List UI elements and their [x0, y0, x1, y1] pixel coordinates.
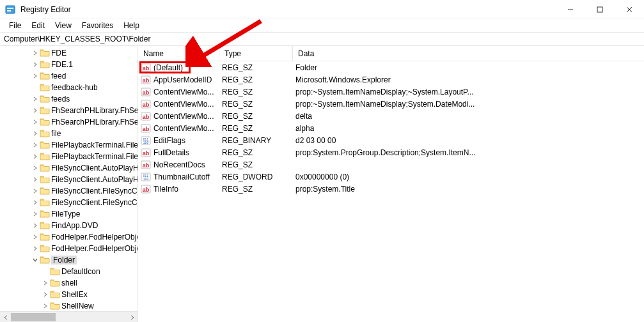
value-row[interactable]: ab TileInfoREG_SZprop:System.Title: [138, 183, 644, 195]
svg-text:ab: ab: [143, 150, 150, 157]
folder-icon: [40, 106, 50, 115]
chevron-right-icon[interactable]: [31, 129, 40, 138]
tree-item[interactable]: file: [0, 128, 137, 139]
menu-view[interactable]: View: [50, 20, 77, 31]
tree-item[interactable]: FodHelper.FodHelperObject: [0, 231, 137, 243]
tree-item[interactable]: FileSyncClient.FileSyncClient.1: [0, 197, 137, 208]
chevron-right-icon[interactable]: [31, 198, 40, 207]
tree-item[interactable]: FindApp.DVD: [0, 220, 137, 231]
svg-text:ab: ab: [143, 77, 150, 84]
chevron-right-icon[interactable]: [31, 233, 40, 241]
minimize-button[interactable]: [556, 0, 585, 19]
tree-item[interactable]: DefaultIcon: [0, 266, 137, 277]
string-value-icon: ab: [141, 87, 151, 97]
tree-item[interactable]: FilePlaybackTerminal.FilePlaybackTermina…: [0, 151, 137, 162]
svg-text:110: 110: [143, 177, 149, 181]
chevron-right-icon[interactable]: [41, 302, 50, 310]
value-row[interactable]: ab ContentViewMo...REG_SZprop:~System.It…: [138, 86, 644, 98]
value-row[interactable]: ab ContentViewMo...REG_SZdelta: [138, 110, 644, 122]
tree-item-label: FileSyncClient.AutoPlayHandler: [51, 164, 137, 172]
tree-item[interactable]: feed: [0, 70, 137, 82]
chevron-right-icon[interactable]: [41, 279, 50, 288]
horizontal-scrollbar[interactable]: [0, 311, 137, 322]
chevron-right-icon[interactable]: [41, 290, 50, 299]
menu-edit[interactable]: Edit: [26, 20, 50, 31]
tree-item[interactable]: FileSyncClient.AutoPlayHandler: [0, 162, 137, 174]
maximize-button[interactable]: [585, 0, 615, 19]
tree-item-label: ShellNew: [61, 302, 94, 310]
value-row[interactable]: ab ContentViewMo...REG_SZalpha: [138, 122, 644, 134]
tree-item[interactable]: FhSearchPHLibrary.FhSearchAPI: [0, 105, 137, 116]
chevron-right-icon[interactable]: [31, 49, 40, 57]
tree-item[interactable]: ShellNew: [0, 300, 137, 311]
value-row[interactable]: 011 110 EditFlagsREG_BINARYd2 03 00 00: [138, 134, 644, 146]
menu-favorites[interactable]: Favorites: [77, 20, 118, 31]
chevron-right-icon[interactable]: [31, 95, 40, 103]
chevron-right-icon[interactable]: [31, 152, 40, 161]
scrollbar-thumb[interactable]: [11, 313, 56, 321]
chevron-right-icon[interactable]: [31, 118, 40, 126]
value-row[interactable]: ab AppUserModelIDREG_SZMicrosoft.Windows…: [138, 73, 644, 86]
menu-file[interactable]: File: [4, 20, 26, 31]
tree-item[interactable]: feeds: [0, 93, 137, 105]
tree-item-label: DefaultIcon: [61, 267, 100, 276]
chevron-down-icon[interactable]: [31, 256, 40, 264]
tree-item[interactable]: feedback-hub: [0, 82, 137, 93]
column-header-type[interactable]: Type: [219, 46, 293, 61]
column-header-data[interactable]: Data: [293, 46, 644, 61]
tree-item[interactable]: FileSyncClient.FileSyncClient: [0, 185, 137, 197]
tree-item[interactable]: FhSearchPHLibrary.FhSearchAPI.1: [0, 116, 137, 128]
tree-item[interactable]: FDE: [0, 47, 137, 59]
value-row[interactable]: ab NoRecentDocsREG_SZ: [138, 158, 644, 171]
value-row[interactable]: ab ContentViewMo...REG_SZprop:~System.It…: [138, 98, 644, 110]
tree-item[interactable]: FileSyncClient.AutoPlayHandler.1: [0, 174, 137, 185]
tree-item[interactable]: shell: [0, 277, 137, 289]
chevron-right-icon[interactable]: [31, 244, 40, 253]
folder-icon: [40, 141, 50, 150]
chevron-right-icon[interactable]: [31, 175, 40, 184]
svg-rect-0: [6, 6, 15, 13]
chevron-right-icon[interactable]: [31, 221, 40, 230]
tree-item[interactable]: FileType: [0, 208, 137, 220]
tree-item-label: FileSyncClient.AutoPlayHandler.1: [51, 175, 137, 184]
menu-bar: File Edit View Favorites Help: [0, 19, 644, 32]
scroll-right-icon[interactable]: [127, 312, 137, 322]
tree-item-label: FileType: [51, 210, 80, 218]
value-type: REG_BINARY: [222, 136, 271, 145]
tree-item[interactable]: FilePlaybackTerminal.FilePlaybackTermina…: [0, 139, 137, 151]
column-header-name[interactable]: Name: [138, 46, 219, 61]
menu-help[interactable]: Help: [118, 20, 145, 31]
value-row[interactable]: ab FullDetailsREG_SZprop:System.PropGrou…: [138, 146, 644, 158]
value-type: REG_SZ: [222, 148, 253, 157]
svg-rect-2: [7, 10, 11, 12]
folder-icon: [50, 302, 60, 310]
tree-item[interactable]: FDE.1: [0, 59, 137, 70]
folder-icon: [40, 118, 50, 126]
string-value-icon: ab: [141, 148, 151, 158]
address-bar[interactable]: Computer\HKEY_CLASSES_ROOT\Folder: [0, 32, 644, 46]
scroll-left-icon[interactable]: [0, 312, 11, 322]
value-row[interactable]: 011 110 ThumbnailCutoffREG_DWORD0x000000…: [138, 171, 644, 183]
chevron-right-icon[interactable]: [31, 106, 40, 115]
tree-item[interactable]: Folder: [0, 254, 137, 266]
chevron-right-icon[interactable]: [31, 72, 40, 80]
folder-icon: [40, 221, 50, 230]
chevron-right-icon[interactable]: [31, 60, 40, 69]
folder-icon: [40, 256, 50, 264]
value-row[interactable]: ab (Default)REG_SZFolder: [138, 61, 644, 73]
close-button[interactable]: [615, 0, 644, 19]
binary-value-icon: 011 110: [141, 135, 151, 146]
chevron-right-icon[interactable]: [31, 141, 40, 150]
svg-text:110: 110: [143, 141, 149, 144]
string-value-icon: ab: [141, 111, 151, 121]
svg-text:ab: ab: [143, 187, 150, 193]
chevron-right-icon[interactable]: [31, 210, 40, 218]
chevron-right-icon[interactable]: [31, 187, 40, 195]
chevron-right-icon[interactable]: [31, 164, 40, 172]
value-type: REG_SZ: [222, 88, 253, 96]
tree-item-label: FDE: [51, 49, 67, 57]
string-value-icon: ab: [141, 63, 151, 73]
tree-item[interactable]: ShellEx: [0, 289, 137, 300]
tree-item[interactable]: FodHelper.FodHelperObject.1: [0, 243, 137, 254]
value-name: FullDetails: [153, 148, 189, 157]
